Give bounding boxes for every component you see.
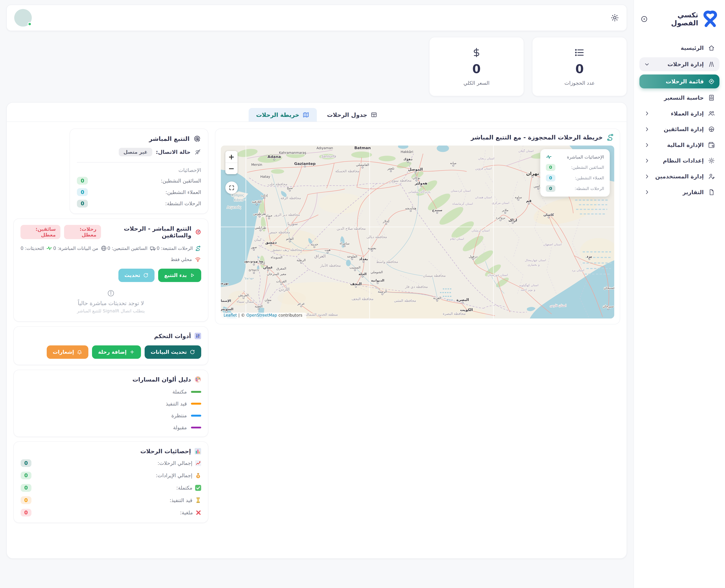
connection-label: حالة الاتصال: bbox=[156, 149, 191, 155]
notifications-button[interactable]: إشعارات bbox=[47, 345, 88, 359]
start-tracking-button[interactable]: بدء التتبع bbox=[158, 269, 201, 282]
stat-value: 0 bbox=[21, 496, 31, 504]
pulse-icon bbox=[546, 154, 552, 160]
brand: تكسي الفصول bbox=[639, 5, 720, 29]
refresh-data-button[interactable]: تحديث البيانات bbox=[145, 345, 201, 359]
svg-text:المفرق: المفرق bbox=[276, 266, 286, 270]
chevron-down-icon bbox=[644, 61, 650, 67]
wifi-off-icon bbox=[194, 148, 201, 155]
svg-text:العراق: العراق bbox=[314, 254, 325, 258]
leaflet-map[interactable]: AdanaMersinHatayGaziantepKahramanmaraşŞa… bbox=[221, 146, 614, 318]
sidebar-item-trips-management[interactable]: إدارة الرحلات bbox=[639, 57, 720, 71]
svg-text:عرعر: عرعر bbox=[297, 302, 305, 306]
svg-text:Şanlıurfa: Şanlıurfa bbox=[321, 154, 336, 158]
sidebar-item-customers[interactable]: إدارة العملاء bbox=[639, 107, 720, 120]
legend-color-line bbox=[191, 415, 201, 417]
svg-text:إدلب: إدلب bbox=[261, 193, 268, 197]
svg-text:سيرجان: سيرجان bbox=[603, 304, 614, 308]
svg-text:استان خوزستان: استان خوزستان bbox=[487, 273, 508, 277]
sidebar-item-finance[interactable]: الإدارة المالية bbox=[639, 139, 720, 151]
refresh-tracking-button[interactable]: تحديث bbox=[119, 269, 154, 282]
svg-text:استان قزوین: استان قزوین bbox=[475, 167, 492, 170]
tab-trips-map[interactable]: خريطة الرحلات bbox=[249, 108, 317, 121]
overlay-row-label: السائقين النشطين: bbox=[571, 165, 604, 170]
sidebar-item-system-settings[interactable]: إعدادات النظام bbox=[639, 154, 720, 167]
sidebar-item-label: قائمة الرحلات bbox=[666, 78, 704, 85]
fullscreen-icon bbox=[229, 185, 235, 191]
info-icon bbox=[107, 289, 115, 297]
user-avatar[interactable] bbox=[14, 9, 32, 26]
svg-text:تلعفر: تلعفر bbox=[387, 167, 395, 170]
sun-icon bbox=[611, 13, 619, 22]
svg-text:منطقة الحدود الشمالية: منطقة الحدود الشمالية bbox=[304, 312, 338, 317]
hourglass-icon bbox=[195, 497, 201, 503]
osm-link[interactable]: OpenStreetMap bbox=[247, 313, 277, 317]
svg-text:النجف: النجف bbox=[350, 282, 362, 286]
svg-text:حماة: حماة bbox=[265, 214, 272, 217]
road-icon bbox=[708, 61, 715, 68]
svg-text:محافظة حمص: محافظة حمص bbox=[269, 230, 290, 234]
svg-text:محافظة واسط: محافظة واسط bbox=[376, 259, 398, 264]
sidebar-item-pricing-calculator[interactable]: حاسبة التسعير bbox=[639, 91, 720, 104]
stat-value: 0 bbox=[77, 177, 88, 185]
metric-label: التحديثات: 0 bbox=[21, 246, 44, 251]
sidebar-item-home[interactable]: الرئيسية bbox=[639, 42, 720, 54]
zoom-out-button[interactable]: − bbox=[225, 163, 237, 174]
plus-icon bbox=[129, 349, 135, 355]
svg-text:يزد: يزد bbox=[587, 254, 592, 258]
truck-icon bbox=[150, 245, 156, 251]
check-icon bbox=[195, 485, 201, 491]
sidebar-item-trips-list[interactable]: قائمة الرحلات bbox=[639, 75, 720, 88]
zoom-in-button[interactable]: + bbox=[225, 151, 237, 163]
svg-text:هەولێر: هەولێر bbox=[414, 181, 427, 185]
local-only-label: محلي فقط bbox=[171, 257, 192, 262]
svg-text:الأردن: الأردن bbox=[279, 286, 290, 292]
svg-text:Gaziantep: Gaziantep bbox=[294, 162, 316, 166]
svg-text:پارێزگای سلێمانی: پارێزگای سلێمانی bbox=[408, 190, 430, 193]
bar-chart-icon bbox=[195, 448, 201, 455]
svg-text:Batman: Batman bbox=[354, 146, 371, 150]
svg-text:Adana: Adana bbox=[268, 154, 281, 159]
sidebar: تكسي الفصول الرئيسية إدارة الرحلات قائمة… bbox=[634, 0, 725, 588]
fullscreen-button[interactable] bbox=[225, 182, 238, 194]
svg-text:· Kıbrıs: · Kıbrıs bbox=[234, 198, 246, 202]
svg-text:استان گیلان: استان گیلان bbox=[518, 149, 534, 153]
svg-text:محافظة الحسكة: محافظة الحسكة bbox=[335, 169, 360, 173]
stat-row: قيد التنفيذ: 0 bbox=[21, 496, 201, 504]
stat-row: مكتملة: 0 bbox=[21, 484, 201, 492]
stat-label: الرحلات النشطة: bbox=[165, 201, 201, 207]
map-tab-content: خريطة الرحلات المحجوزة - مع التتبع المبا… bbox=[7, 122, 626, 523]
trip-stats-title: إحصائيات الرحلات bbox=[140, 448, 191, 455]
sidebar-item-drivers[interactable]: إدارة السائقين bbox=[639, 123, 720, 135]
chevron-right-icon bbox=[644, 189, 650, 195]
svg-text:بغداد: بغداد bbox=[359, 257, 368, 261]
bookings-count-value: 0 bbox=[575, 62, 584, 76]
leaflet-link[interactable]: Leaflet bbox=[223, 313, 237, 317]
svg-text:محافظة دير الزور: محافظة دير الزور bbox=[274, 213, 300, 217]
stat-value: 0 bbox=[21, 484, 31, 492]
svg-text:محافظة الرقة: محافظة الرقة bbox=[280, 196, 301, 200]
tab-trips-table[interactable]: جدول الرحلات bbox=[320, 108, 385, 121]
sidebar-item-users-management[interactable]: إدارة المستخدمين bbox=[639, 170, 720, 183]
add-trip-button[interactable]: إضافة رحلة bbox=[92, 345, 141, 359]
svg-text:المسيب: المسيب bbox=[349, 266, 360, 269]
calculator-icon bbox=[708, 94, 715, 101]
sidebar-item-reports[interactable]: التقارير bbox=[639, 186, 720, 198]
map-title: خريطة الرحلات المحجوزة - مع التتبع المبا… bbox=[471, 134, 603, 141]
svg-text:Κύπρος: Κύπρος bbox=[232, 193, 244, 197]
route-colors-legend-card: دليل ألوان المسارات مكتملة قيد التنفيذ م… bbox=[13, 370, 209, 437]
target-icon[interactable] bbox=[640, 15, 648, 23]
svg-text:بوكان: بوكان bbox=[412, 176, 420, 180]
svg-text:$: $ bbox=[197, 475, 199, 477]
theme-toggle-button[interactable] bbox=[611, 13, 619, 22]
svg-text:سامراء: سامراء bbox=[340, 241, 349, 245]
stat-label: ملغية: bbox=[180, 510, 193, 516]
svg-text:محافظة ذي قار: محافظة ذي قار bbox=[405, 285, 428, 289]
svg-text:میانه: میانه bbox=[450, 161, 456, 165]
stat-row: إجمالي الرحلات: 0 bbox=[21, 459, 201, 467]
sidebar-item-label: إدارة العملاء bbox=[671, 110, 704, 117]
svg-text:Adıyaman: Adıyaman bbox=[317, 146, 333, 150]
svg-text:محافظة ريف دمشق: محافظة ريف دمشق bbox=[272, 248, 302, 252]
trips-drivers-tracking-card: التتبع المباشر - الرحلات والسائقين رحلات… bbox=[13, 218, 209, 322]
side-panels: التتبع المباشر حالة الاتصال: غير متصل ال… bbox=[13, 128, 209, 523]
